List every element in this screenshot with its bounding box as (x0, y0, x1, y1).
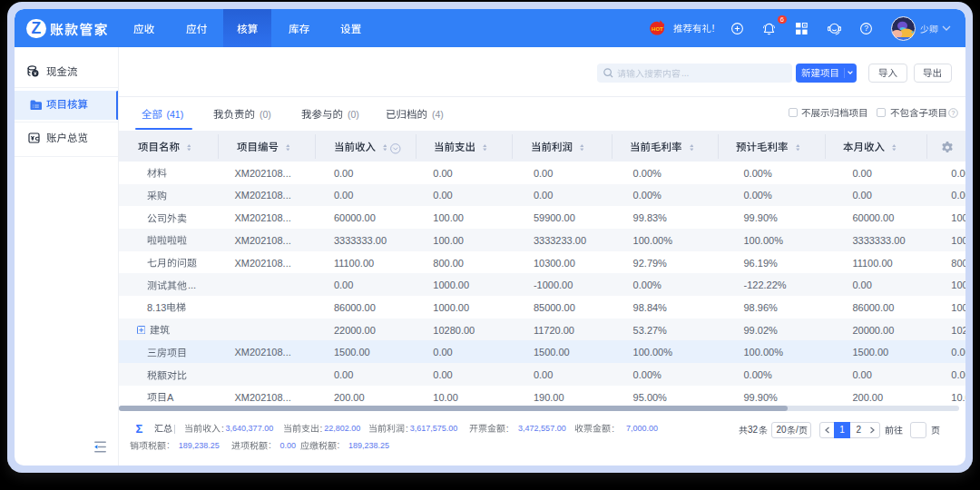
svg-text:HOT: HOT (652, 25, 663, 31)
svg-text:?: ? (864, 24, 868, 33)
svg-text:?: ? (951, 110, 955, 116)
